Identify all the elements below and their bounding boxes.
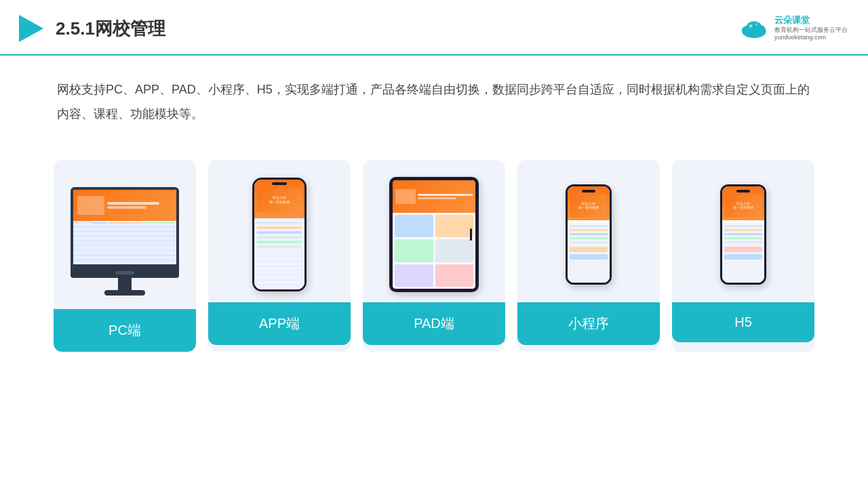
- card-pc-label: PC端: [54, 309, 196, 352]
- logo-tagline: 教育机构一站式服务云平台: [774, 26, 848, 35]
- t-cell-3: [395, 239, 433, 262]
- mini-lines: [568, 223, 610, 262]
- banner-line1: [107, 202, 159, 205]
- h5-banner-text: 职达人的第一堂列推课: [733, 202, 753, 211]
- card-h5-label: H5: [672, 302, 814, 342]
- mini-phone-screen: 职达人的第一堂列推课: [568, 186, 610, 283]
- svg-point-6: [755, 23, 757, 25]
- ml1: [570, 225, 608, 227]
- h5-phone-screen: 职达人的第一堂列推课: [722, 186, 764, 283]
- line5: [257, 241, 302, 243]
- header-left: 2.5.1网校管理: [14, 12, 165, 45]
- app-screen-lines: [257, 222, 302, 287]
- t-cell-4: [435, 239, 474, 262]
- hl5: [724, 241, 762, 243]
- description-text: 网校支持PC、APP、PAD、小程序、H5，实现多端打通，产品各终端自由切换，数…: [0, 56, 868, 133]
- svg-marker-0: [19, 15, 43, 42]
- hl6: [724, 247, 762, 252]
- monitor-display: [73, 190, 176, 264]
- t-cell-2: [435, 215, 474, 237]
- card-pad: PAD端: [363, 160, 505, 352]
- hl2: [724, 229, 762, 231]
- card-mini-image: 职达人的第一堂列推课: [517, 160, 660, 302]
- banner-img: [77, 196, 104, 215]
- monitor-stand: [118, 278, 132, 290]
- grid-cell-3: [142, 222, 175, 242]
- h5-phone-mockup: 职达人的第一堂列推课: [720, 184, 766, 285]
- line4: [257, 236, 302, 239]
- hl7: [724, 254, 762, 260]
- ml3: [570, 233, 608, 235]
- pad-tablet-mockup: [389, 177, 479, 292]
- app-banner-text: 职达人的第一堂列推课: [269, 195, 290, 205]
- svg-point-5: [749, 24, 753, 28]
- h5-content: [722, 223, 764, 283]
- monitor-banner: [73, 190, 176, 221]
- pad-tablet-screen: [393, 180, 475, 289]
- app-phone-screen: 职达人的第一堂列推课: [254, 180, 304, 289]
- card-app-image: 职达人的第一堂列推课: [208, 160, 351, 302]
- monitor-sidebar: [73, 221, 94, 264]
- card-miniprogram: 职达人的第一堂列推课: [517, 160, 660, 352]
- hl1: [724, 225, 762, 227]
- line2: [257, 226, 302, 229]
- card-h5: 职达人的第一堂列推课: [672, 160, 814, 352]
- card-pc-image: [54, 160, 196, 309]
- page-title: 2.5.1网校管理: [56, 17, 165, 41]
- grid-cell-6: [142, 243, 175, 263]
- card-app-label: APP端: [208, 302, 351, 345]
- tablet-content: [393, 213, 475, 289]
- app-screen-banner: 职达人的第一堂列推课: [257, 188, 302, 212]
- h5-lines: [722, 223, 764, 262]
- t-line1: [418, 194, 473, 196]
- mini-banner-text: 职达人的第一堂列推课: [578, 202, 599, 211]
- pc-monitor-mockup: [71, 187, 179, 296]
- ml5: [570, 241, 608, 243]
- mini-phone-mockup: 职达人的第一堂列推课: [566, 184, 612, 285]
- logo-text: 云朵课堂 教育机构一站式服务云平台 yunduoketang.com: [774, 15, 848, 42]
- svg-point-4: [747, 21, 762, 33]
- banner-line2: [107, 206, 146, 209]
- ml2: [570, 229, 608, 231]
- h5-screen-banner: 职达人的第一堂列推课: [725, 195, 762, 218]
- logo-name: 云朵课堂: [774, 15, 810, 26]
- card-app: 职达人的第一堂列推课 APP端: [208, 160, 351, 352]
- monitor-screen: [71, 187, 179, 267]
- app-phone-mockup: 职达人的第一堂列推课: [252, 178, 307, 291]
- card-pad-image: [363, 160, 505, 302]
- header: 2.5.1网校管理 云朵课堂 教育机构一站式服务云平台 yunduoketang…: [0, 0, 868, 56]
- card-mini-label: 小程序: [517, 302, 660, 345]
- logo-icon: [738, 16, 770, 41]
- t-line2: [418, 197, 456, 199]
- hl3: [724, 233, 762, 235]
- play-icon: [14, 12, 46, 45]
- ml4: [570, 237, 608, 239]
- cards-container: PC端 职达人的第一堂列推课: [0, 140, 868, 372]
- hl4: [724, 237, 762, 239]
- card-pad-label: PAD端: [363, 302, 505, 345]
- t-cell-5: [395, 264, 433, 287]
- grid-cell-2: [108, 222, 141, 242]
- tablet-text: [418, 194, 473, 199]
- logo-domain: yunduoketang.com: [774, 34, 826, 42]
- banner-text-area: [107, 202, 172, 209]
- logo-area: 云朵课堂 教育机构一站式服务云平台 yunduoketang.com: [738, 15, 848, 42]
- grid-cell-1: [75, 222, 107, 242]
- ml6: [570, 247, 608, 252]
- line1: [257, 222, 302, 224]
- mini-content: [568, 223, 610, 283]
- mini-screen-banner: 职达人的第一堂列推课: [570, 195, 607, 218]
- t-cell-1: [395, 215, 433, 237]
- line3: [257, 231, 302, 234]
- grid-cell-4: [75, 243, 107, 263]
- monitor-base: [104, 290, 145, 296]
- ml7: [570, 254, 608, 260]
- card-h5-image: 职达人的第一堂列推课: [672, 160, 814, 302]
- tablet-img: [395, 189, 416, 204]
- card-pc: PC端: [54, 160, 196, 352]
- monitor-grid: [73, 221, 176, 264]
- grid-cell-5: [108, 243, 141, 263]
- t-cell-6: [435, 264, 474, 287]
- monitor-bottom-bar: [71, 267, 179, 278]
- line6: [257, 245, 302, 248]
